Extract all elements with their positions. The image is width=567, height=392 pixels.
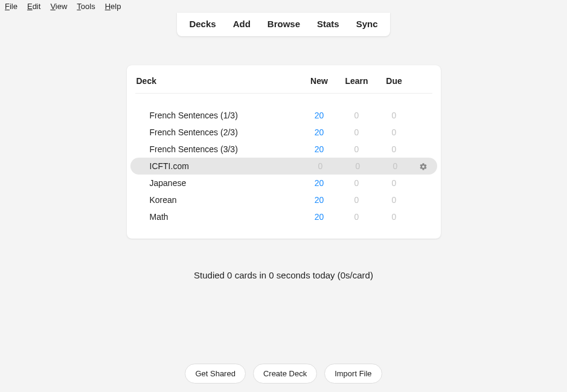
deck-due-count: 0 (376, 111, 413, 120)
deck-new-count: 20 (301, 127, 338, 137)
menu-file[interactable]: File (5, 2, 18, 11)
tab-decks[interactable]: Decks (181, 13, 224, 36)
deck-row[interactable]: French Sentences (2/3)2000 (135, 124, 432, 141)
import-file-button[interactable]: Import File (324, 364, 382, 384)
deck-learn-count: 0 (338, 127, 376, 137)
deck-name[interactable]: Japanese (150, 178, 301, 188)
deck-due-count: 0 (376, 127, 413, 137)
deck-learn-count: 0 (338, 111, 376, 120)
tab-browse[interactable]: Browse (259, 13, 309, 36)
deck-new-count: 20 (301, 111, 338, 120)
header-new: New (301, 76, 338, 86)
gear-icon[interactable] (419, 161, 428, 171)
tab-sync[interactable]: Sync (348, 13, 386, 36)
deck-panel: Deck New Learn Due French Sentences (1/3… (127, 65, 441, 239)
deck-learn-count: 0 (338, 212, 376, 222)
tab-add[interactable]: Add (225, 13, 259, 36)
deck-learn-count: 0 (338, 178, 376, 188)
deck-due-count: 0 (376, 195, 413, 205)
deck-learn-count: 0 (338, 144, 376, 154)
deck-table-body: French Sentences (1/3)2000French Sentenc… (135, 94, 432, 225)
deck-row[interactable]: Korean2000 (135, 191, 432, 208)
deck-due-count: 0 (377, 161, 414, 171)
menu-view[interactable]: View (50, 2, 67, 11)
deck-name[interactable]: French Sentences (1/3) (150, 111, 301, 120)
deck-new-count: 20 (301, 178, 338, 188)
menu-tools[interactable]: Tools (77, 2, 95, 11)
get-shared-button[interactable]: Get Shared (185, 364, 246, 384)
deck-new-count: 20 (301, 212, 338, 222)
deck-new-count: 0 (302, 161, 339, 171)
menu-edit[interactable]: Edit (27, 2, 40, 11)
header-learn: Learn (338, 76, 376, 86)
menubar: File Edit View Tools Help (0, 0, 567, 13)
deck-due-count: 0 (376, 212, 413, 222)
bottom-bar: Get Shared Create Deck Import File (0, 364, 567, 384)
deck-new-count: 20 (301, 144, 338, 154)
tab-bar: Decks Add Browse Stats Sync (177, 13, 389, 36)
deck-name[interactable]: French Sentences (3/3) (150, 144, 301, 154)
deck-name[interactable]: Korean (150, 195, 301, 205)
deck-name[interactable]: French Sentences (2/3) (150, 127, 301, 137)
header-deck: Deck (136, 76, 301, 86)
tab-stats[interactable]: Stats (309, 13, 348, 36)
deck-learn-count: 0 (339, 161, 377, 171)
create-deck-button[interactable]: Create Deck (253, 364, 317, 384)
deck-row[interactable]: French Sentences (1/3)2000 (135, 107, 432, 124)
deck-new-count: 20 (301, 195, 338, 205)
deck-table-header: Deck New Learn Due (135, 74, 432, 94)
deck-due-count: 0 (376, 144, 413, 154)
deck-name[interactable]: Math (150, 212, 301, 222)
deck-row[interactable]: French Sentences (3/3)2000 (135, 141, 432, 158)
deck-learn-count: 0 (338, 195, 376, 205)
deck-row[interactable]: Japanese2000 (135, 175, 432, 191)
deck-row[interactable]: ICFTI.com000 (130, 158, 437, 175)
header-due: Due (376, 76, 413, 86)
deck-due-count: 0 (376, 178, 413, 188)
deck-name[interactable]: ICFTI.com (150, 161, 302, 171)
status-line: Studied 0 cards in 0 seconds today (0s/c… (0, 270, 567, 280)
deck-row[interactable]: Math2000 (135, 208, 432, 225)
menu-help[interactable]: Help (105, 2, 121, 11)
